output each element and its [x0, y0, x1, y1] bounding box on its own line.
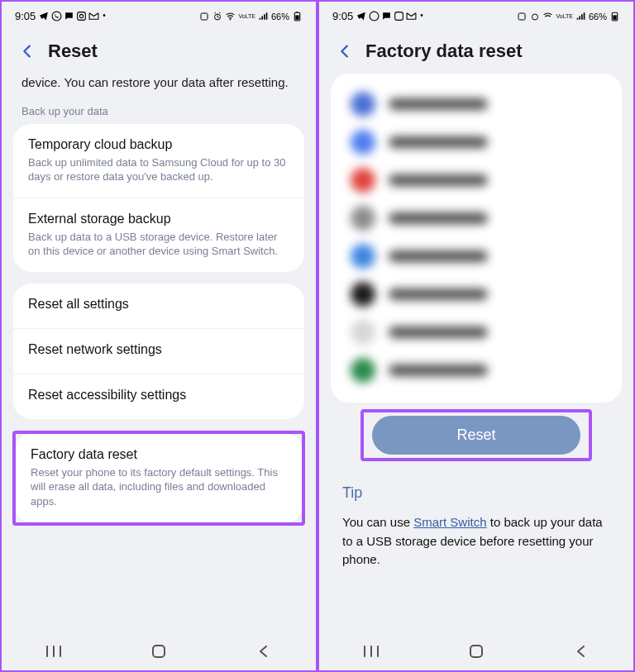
app-list-card [331, 74, 622, 403]
backup-card: Temporary cloud backup Back up unlimited… [13, 124, 304, 272]
item-desc: Reset your phone to its factory default … [31, 465, 287, 509]
left-screenshot: 9:05 • VoLTE 66% Reset device. Y [0, 0, 318, 672]
temp-cloud-backup-item[interactable]: Temporary cloud backup Back up unlimited… [13, 124, 304, 198]
whatsapp-icon [369, 11, 380, 21]
header-bar: Reset [2, 26, 316, 74]
nav-bar [319, 632, 633, 670]
nfc-icon [516, 11, 527, 21]
reset-network-settings-item[interactable]: Reset network settings [13, 328, 304, 374]
battery-icon [609, 11, 620, 21]
app-name-blurred [389, 136, 488, 148]
volte-icon: VoLTE [556, 13, 573, 19]
back-button[interactable] [239, 645, 289, 658]
home-button[interactable] [451, 644, 501, 659]
status-app-icons: • [356, 11, 423, 21]
item-desc: Back up data to a USB storage device. Re… [28, 230, 289, 259]
status-time: 9:05 [15, 10, 36, 22]
svg-point-10 [370, 12, 379, 21]
app-icon [351, 206, 375, 231]
header-bar: Factory data reset [319, 26, 633, 74]
telegram-icon [356, 11, 367, 21]
tip-label: Tip [342, 484, 610, 502]
svg-rect-7 [295, 15, 298, 19]
app-row [339, 123, 614, 161]
page-title: Reset [48, 41, 98, 62]
back-icon[interactable] [336, 42, 354, 60]
reset-button[interactable]: Reset [372, 416, 580, 455]
svg-rect-12 [518, 13, 525, 20]
back-button[interactable] [556, 645, 606, 658]
item-title: Temporary cloud backup [28, 137, 289, 152]
reset-options-card: Reset all settings Reset network setting… [13, 284, 304, 419]
item-title: Factory data reset [31, 447, 287, 462]
svg-point-0 [52, 12, 61, 21]
item-title: Reset network settings [28, 342, 289, 357]
app-row [339, 313, 614, 351]
more-dot-icon: • [103, 11, 106, 21]
app-name-blurred [389, 365, 488, 376]
app-row [339, 161, 614, 199]
mail-icon [88, 11, 99, 21]
item-title: Reset all settings [28, 297, 289, 312]
instagram-icon [394, 11, 404, 21]
external-storage-backup-item[interactable]: External storage backup Back up data to … [13, 198, 304, 272]
battery-percent: 66% [271, 12, 289, 21]
chat-icon [381, 11, 392, 21]
app-row [339, 199, 614, 237]
nfc-icon [198, 11, 209, 21]
nav-bar [2, 632, 316, 670]
app-name-blurred [389, 326, 488, 338]
whatsapp-icon [51, 11, 62, 21]
intro-text: device. You can restore your data after … [13, 74, 304, 100]
svg-rect-11 [395, 12, 403, 21]
smart-switch-link[interactable]: Smart Switch [413, 515, 486, 529]
status-time: 9:05 [332, 10, 353, 22]
app-icon [351, 320, 375, 345]
battery-icon [292, 11, 303, 21]
status-right: VoLTE 66% [198, 11, 303, 21]
app-row [339, 275, 614, 313]
tip-section: Tip You can use Smart Switch to back up … [319, 461, 633, 578]
factory-reset-highlight: Factory data reset Reset your phone to i… [12, 431, 305, 526]
chat-icon [64, 11, 74, 21]
app-icon [351, 244, 375, 269]
app-icon [351, 282, 375, 307]
back-icon[interactable] [18, 42, 36, 60]
instagram-icon [76, 11, 87, 21]
wifi-icon [225, 11, 236, 21]
app-icon [351, 358, 375, 383]
reset-button-highlight: Reset [360, 409, 592, 461]
more-dot-icon: • [420, 11, 423, 21]
signal-icon [258, 11, 269, 21]
factory-data-reset-item[interactable]: Factory data reset Reset your phone to i… [16, 434, 302, 522]
page-title: Factory data reset [365, 41, 523, 62]
item-desc: Back up unlimited data to Samsung Cloud … [28, 155, 289, 184]
app-name-blurred [389, 288, 488, 300]
reset-all-settings-item[interactable]: Reset all settings [13, 284, 304, 328]
svg-point-13 [532, 14, 537, 20]
telegram-icon [39, 11, 50, 21]
app-icon [351, 168, 375, 193]
app-row [339, 237, 614, 275]
wifi-icon [542, 11, 553, 21]
section-label: Back up your data [13, 100, 304, 124]
app-name-blurred [389, 250, 488, 262]
svg-rect-15 [613, 15, 616, 19]
status-bar: 9:05 • VoLTE 66% [319, 2, 633, 26]
recents-button[interactable] [346, 645, 396, 658]
svg-point-5 [230, 19, 232, 21]
app-name-blurred [389, 174, 488, 186]
home-button[interactable] [134, 644, 184, 659]
status-bar: 9:05 • VoLTE 66% [2, 2, 316, 26]
volte-icon: VoLTE [238, 13, 255, 19]
app-row [339, 85, 614, 123]
reset-accessibility-settings-item[interactable]: Reset accessibility settings [13, 374, 304, 419]
app-icon [351, 92, 375, 117]
svg-rect-16 [470, 646, 482, 657]
item-title: Reset accessibility settings [28, 388, 289, 403]
svg-rect-8 [296, 12, 298, 12]
recents-button[interactable] [29, 645, 79, 658]
item-title: External storage backup [28, 212, 289, 226]
app-name-blurred [389, 212, 488, 224]
status-app-icons: • [39, 11, 106, 21]
